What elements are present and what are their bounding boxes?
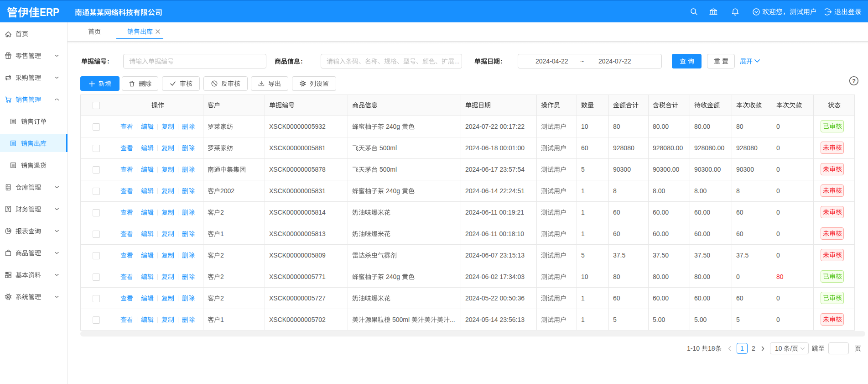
svg-text:?: ?	[852, 78, 856, 84]
